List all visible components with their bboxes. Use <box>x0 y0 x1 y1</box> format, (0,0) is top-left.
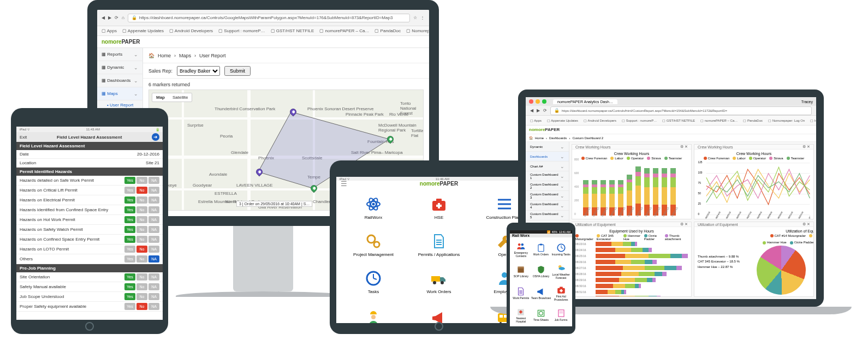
na-button[interactable]: NA <box>148 206 159 213</box>
yes-button[interactable]: Yes <box>124 283 135 290</box>
yes-button[interactable]: Yes <box>124 273 135 281</box>
no-button[interactable]: No <box>136 187 147 194</box>
close-window-icon[interactable] <box>529 99 533 104</box>
yes-button[interactable]: Yes <box>124 255 135 263</box>
reload-icon[interactable]: ⟳ <box>115 15 118 20</box>
submit-icon[interactable]: ➜ <box>152 133 159 141</box>
maximize-window-icon[interactable] <box>542 99 546 104</box>
sidebar-item[interactable]: Custom Dashboard 3⌄ <box>526 191 569 201</box>
na-button[interactable]: NA <box>148 187 159 194</box>
tile-worker[interactable] <box>342 301 405 323</box>
panel-menu-icon[interactable]: ⚙ ✕ <box>680 145 688 149</box>
bookmark-item[interactable]: ▢ Nomorepaper: Log On <box>768 118 805 122</box>
tile-time-sheets[interactable]: Time Sheets <box>531 304 551 326</box>
bookmark-item[interactable]: ▢ Android Developers <box>584 118 616 122</box>
sidebar-item-dynamic[interactable]: ▦ Dynamic⌄ <box>97 61 142 74</box>
tile-hse[interactable]: HSE <box>407 190 471 225</box>
nav-fwd-icon[interactable]: ▶ <box>537 108 540 113</box>
no-button[interactable]: No <box>136 273 147 281</box>
map-view[interactable]: Map <box>152 93 169 102</box>
no-button[interactable]: No <box>136 206 147 213</box>
tile-railworx[interactable]: RailWorx <box>342 190 405 225</box>
no-button[interactable]: No <box>136 255 147 263</box>
na-button[interactable]: NA <box>148 303 159 310</box>
tile-work-orders[interactable]: Work Orders <box>531 238 551 260</box>
nav-fwd-icon[interactable]: ▶ <box>108 15 111 20</box>
bookmark-item[interactable]: ▢ Appenate Updates <box>547 118 578 122</box>
satellite-view[interactable]: Satellite <box>169 93 192 102</box>
submit-button[interactable]: Submit <box>224 66 251 76</box>
yes-button[interactable]: Yes <box>124 303 135 310</box>
bookmark-item[interactable]: ▢ Nomorepaper: Log On <box>406 28 429 33</box>
na-button[interactable]: NA <box>148 226 159 233</box>
tile-tasks[interactable]: Tasks <box>342 264 405 299</box>
home-button[interactable] <box>85 322 94 331</box>
home-icon[interactable]: ⌂ <box>122 15 124 20</box>
yes-button[interactable]: Yes <box>124 187 135 194</box>
sidebar-item-reports[interactable]: ▦ Reports⌄ <box>97 48 142 61</box>
form-field[interactable]: Date20-12-2016 <box>16 150 163 159</box>
reload-icon[interactable]: ⟳ <box>543 108 547 113</box>
tile-incoming-tasks[interactable]: Incoming Tasks <box>551 238 571 260</box>
bookmark-item[interactable]: ▢ Hubspot Dashboard <box>810 118 816 122</box>
form-field[interactable]: LocationSite 21 <box>16 159 163 168</box>
no-button[interactable]: No <box>136 293 147 300</box>
sidebar-item[interactable]: Dashboards⌄ <box>526 152 569 162</box>
menu-icon[interactable]: ☰ <box>341 180 347 188</box>
sales-rep-select[interactable]: Bradley Baker <box>177 66 220 76</box>
crumb-home[interactable]: Home <box>158 53 171 58</box>
home-icon[interactable]: 🏠 <box>529 136 533 140</box>
sidebar-item-maps[interactable]: ▦ Maps⌄ <box>97 87 142 100</box>
na-button[interactable]: NA <box>148 216 159 223</box>
map-toggle[interactable]: MapSatellite <box>152 93 192 102</box>
crumb-maps[interactable]: Maps <box>179 53 191 58</box>
na-button[interactable]: NA <box>148 255 159 263</box>
tile-job-forms[interactable]: Job Forms <box>551 304 571 326</box>
bookmark-item[interactable]: ▢ Support : nomoreP… <box>218 28 265 33</box>
na-button[interactable]: NA <box>148 236 159 243</box>
bookmark-item[interactable]: ▢ nomorePAPER – Ca… <box>700 118 738 122</box>
no-button[interactable]: No <box>136 216 147 223</box>
no-button[interactable]: No <box>136 246 147 253</box>
na-button[interactable]: NA <box>148 177 159 184</box>
yes-button[interactable]: Yes <box>124 206 135 213</box>
yes-button[interactable]: Yes <box>124 226 135 233</box>
tile-osha-library[interactable]: OSHA Library <box>531 260 551 282</box>
no-button[interactable]: No <box>136 283 147 290</box>
tile-first-aid[interactable]: First Aid Procedures <box>551 282 571 304</box>
exit-button[interactable]: Exit <box>20 135 27 140</box>
no-button[interactable]: No <box>136 196 147 204</box>
tile-permits[interactable]: Permits / Applications <box>407 227 471 262</box>
na-button[interactable]: NA <box>148 293 159 300</box>
na-button[interactable]: NA <box>148 273 159 281</box>
nav-back-icon[interactable]: ◀ <box>102 15 105 20</box>
sidebar-item[interactable]: Dynamic⌄ <box>526 142 569 152</box>
sidebar-item[interactable]: Custom Dashboard 5⌄ <box>526 211 569 220</box>
no-button[interactable]: No <box>136 226 147 233</box>
sidebar-item[interactable]: Custom Dashboard 1⌄ <box>526 171 569 181</box>
na-button[interactable]: NA <box>148 283 159 290</box>
panel-menu-icon[interactable]: ⚙ ✕ <box>802 222 810 226</box>
bookmark-item[interactable]: ▢ Support : nomoreP… <box>622 118 657 122</box>
minimize-window-icon[interactable] <box>536 99 540 104</box>
browser-tab[interactable]: nomorePAPER Analytics Dash… <box>553 99 617 104</box>
bookmark-item[interactable]: ▢ Apps <box>102 28 117 33</box>
yes-button[interactable]: Yes <box>124 216 135 223</box>
bookmark-item[interactable]: ▢ nomorePAPER – Ca… <box>319 28 369 33</box>
yes-button[interactable]: Yes <box>124 236 135 243</box>
bookmark-item[interactable]: ▢ PandaDoc <box>374 28 401 33</box>
no-button[interactable]: No <box>136 177 147 184</box>
sidebar-item[interactable]: Custom Dashboard 4⌄ <box>526 201 569 211</box>
sidebar-item[interactable]: Custom Dashboard 2⌄ <box>526 181 569 191</box>
panel-menu-icon[interactable]: ⚙ ✕ <box>802 145 810 149</box>
no-button[interactable]: No <box>136 303 147 310</box>
tile-work-permits[interactable]: Work Permits <box>511 282 531 304</box>
tile-local-weather[interactable]: Local Weather Forecast <box>551 260 571 282</box>
no-button[interactable]: No <box>136 236 147 243</box>
tile-sop-library[interactable]: SOP Library <box>511 260 531 282</box>
home-icon[interactable]: 🏠 <box>148 53 154 58</box>
tile-project-management[interactable]: Project Management <box>342 227 405 262</box>
sidebar-item[interactable]: Chart A#⌄ <box>526 162 569 171</box>
star-icon[interactable]: ☆ <box>413 15 417 20</box>
bookmark-item[interactable]: ▢ GST/HST NETFILE <box>662 118 695 122</box>
